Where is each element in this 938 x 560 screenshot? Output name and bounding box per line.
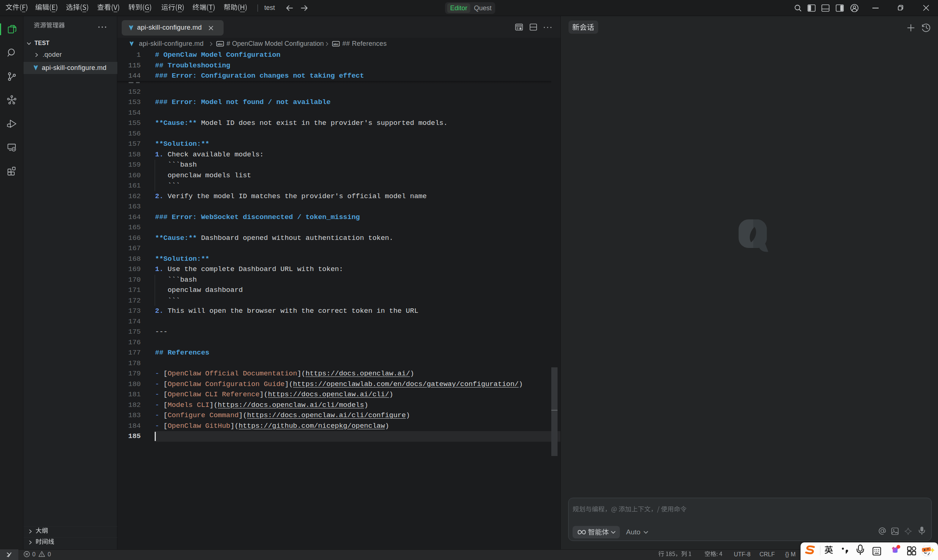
svg-text:abc: abc bbox=[333, 43, 339, 46]
svg-text:abc: abc bbox=[218, 43, 223, 46]
